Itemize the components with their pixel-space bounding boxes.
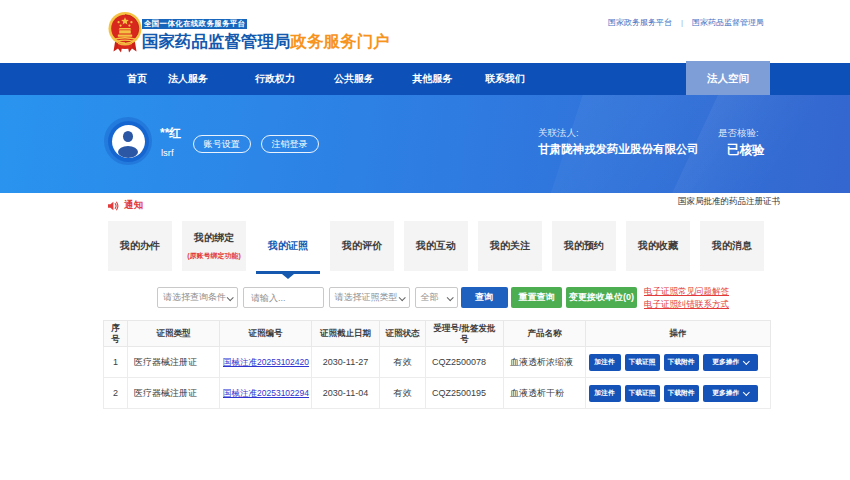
license-contact-link[interactable]: 电子证照纠错联系方式 xyxy=(644,298,729,311)
download-attachment-button[interactable]: 下载附件 xyxy=(664,354,699,371)
link-separator: | xyxy=(681,18,683,27)
nav-items: 首页 法人服务 行政权力 公共服务 其他服务 联系我们 xyxy=(127,63,525,95)
link-national-platform[interactable]: 国家政务服务平台 xyxy=(608,18,672,27)
cell-product-name: 血液透析干粉 xyxy=(504,378,586,409)
col-acceptance-no: 受理号/批签发批号 xyxy=(426,321,504,347)
speaker-icon xyxy=(107,200,119,212)
row-actions: 加注件 下载证照 下载附件 更多操作 xyxy=(589,354,771,371)
tab-my-licenses[interactable]: 我的证照 xyxy=(256,221,320,271)
cell-acceptance-no: CQZ2500078 xyxy=(426,347,504,378)
chevron-down-icon xyxy=(743,358,749,364)
verify-value: 已核验 xyxy=(727,142,765,159)
tab-my-items[interactable]: 我的办件 xyxy=(108,221,172,271)
add-note-button[interactable]: 加注件 xyxy=(589,385,621,402)
tab-label: 我的互动 xyxy=(416,239,456,253)
license-faq-link[interactable]: 电子证照常见问题解答 xyxy=(644,285,729,298)
condition-select[interactable]: 请选择查询条件 xyxy=(157,287,238,308)
license-number-link[interactable]: 国械注准20253102420 xyxy=(223,357,309,368)
cell-license-type: 医疗器械注册证 xyxy=(128,347,220,378)
tab-my-favorites[interactable]: 我的收藏 xyxy=(626,221,690,271)
col-license-type: 证照类型 xyxy=(128,321,220,347)
keyword-input[interactable] xyxy=(243,287,324,308)
col-expiry-date: 证照截止日期 xyxy=(312,321,380,347)
license-table: 序号 证照类型 证照编号 证照截止日期 证照状态 受理号/批签发批号 产品名称 … xyxy=(103,320,771,409)
avatar-shoulders xyxy=(118,146,138,158)
tab-label: 我的评价 xyxy=(342,239,382,253)
user-icon xyxy=(112,125,145,158)
select-value: 请选择证照类型 xyxy=(335,291,398,304)
more-actions-button[interactable]: 更多操作 xyxy=(703,354,758,371)
tab-my-binding[interactable]: 我的绑定(原账号绑定功能) xyxy=(182,221,246,271)
download-attachment-button[interactable]: 下载附件 xyxy=(664,385,699,402)
scope-select[interactable]: 全部 xyxy=(415,287,458,308)
table-header-row: 序号 证照类型 证照编号 证照截止日期 证照状态 受理号/批签发批号 产品名称 … xyxy=(104,321,771,347)
cell-license-type: 医疗器械注册证 xyxy=(128,378,220,409)
chevron-down-icon xyxy=(227,294,234,301)
add-note-button[interactable]: 加注件 xyxy=(589,354,621,371)
notice-message[interactable]: 国家局批准的药品注册证书 xyxy=(678,196,780,208)
site-title: 国家药品监督管理局政务服务门户 xyxy=(142,32,390,50)
user-id: lsrf xyxy=(161,147,174,158)
cell-product-name: 血液透析浓缩液 xyxy=(504,347,586,378)
main-nav: 首页 法人服务 行政权力 公共服务 其他服务 联系我们 法人空间 xyxy=(0,63,850,95)
link-nmpa[interactable]: 国家药品监督管理局 xyxy=(692,18,764,27)
nav-corporate-services[interactable]: 法人服务 xyxy=(168,72,208,86)
site-title-portal: 政务服务门户 xyxy=(291,32,390,50)
nav-contact-us[interactable]: 联系我们 xyxy=(485,72,525,86)
nav-administrative-power[interactable]: 行政权力 xyxy=(255,72,295,86)
nav-home[interactable]: 首页 xyxy=(127,72,147,86)
row-actions: 加注件 下载证照 下载附件 更多操作 xyxy=(589,385,771,402)
reset-button[interactable]: 重置查询 xyxy=(511,287,562,308)
cell-expiry-date: 2030-11-27 xyxy=(312,347,380,378)
col-product-name: 产品名称 xyxy=(504,321,586,347)
cell-acceptance-no: CQZ2500195 xyxy=(426,378,504,409)
download-license-button[interactable]: 下载证照 xyxy=(625,385,660,402)
chevron-down-icon xyxy=(743,389,749,395)
query-button[interactable]: 查询 xyxy=(461,287,508,308)
tab-my-messages[interactable]: 我的消息 xyxy=(700,221,764,271)
active-tab-pointer xyxy=(282,274,294,279)
legal-entity-label: 关联法人: xyxy=(538,127,579,140)
tab-my-appointments[interactable]: 我的预约 xyxy=(552,221,616,271)
avatar[interactable] xyxy=(104,117,152,165)
select-value: 全部 xyxy=(421,291,439,304)
table-row: 1 医疗器械注册证 国械注准20253102420 2030-11-27 有效 … xyxy=(104,347,771,378)
corporate-space-button[interactable]: 法人空间 xyxy=(686,61,770,95)
license-number-link[interactable]: 国械注准20253102294 xyxy=(223,388,309,399)
table-row: 2 医疗器械注册证 国械注准20253102294 2030-11-04 有效 … xyxy=(104,378,771,409)
tab-label: 我的消息 xyxy=(712,239,752,253)
chevron-down-icon xyxy=(446,294,453,301)
nav-other-services[interactable]: 其他服务 xyxy=(413,72,453,86)
logout-button[interactable]: 注销登录 xyxy=(261,135,319,154)
user-banner: **红 lsrf 账号设置 注销登录 关联法人: 甘肃陇神戎发药业股份有限公司 … xyxy=(0,95,850,193)
cell-license-number: 国械注准20253102294 xyxy=(220,378,312,409)
more-actions-button[interactable]: 更多操作 xyxy=(703,385,758,402)
top-links: 国家政务服务平台|国家药品监督管理局 xyxy=(608,17,764,28)
tab-label: 我的关注 xyxy=(490,239,530,253)
logo-text: 全国一体化在线政务服务平台 国家药品监督管理局政务服务门户 xyxy=(142,11,390,53)
tab-label: 我的预约 xyxy=(564,239,604,253)
nav-public-services[interactable]: 公共服务 xyxy=(334,72,374,86)
tab-label: 我的收藏 xyxy=(638,239,678,253)
page: 全国一体化在线政务服务平台 国家药品监督管理局政务服务门户 国家政务服务平台|国… xyxy=(0,0,850,480)
tab-my-follows[interactable]: 我的关注 xyxy=(478,221,542,271)
tab-my-interactions[interactable]: 我的互动 xyxy=(404,221,468,271)
avatar-ring xyxy=(108,121,149,162)
tab-my-reviews[interactable]: 我的评价 xyxy=(330,221,394,271)
account-settings-button[interactable]: 账号设置 xyxy=(193,135,251,154)
national-emblem-icon xyxy=(106,11,144,53)
cell-no: 1 xyxy=(104,347,128,378)
col-actions: 操作 xyxy=(586,321,771,347)
platform-badge: 全国一体化在线政务服务平台 xyxy=(142,19,247,29)
tab-my-binding-note: (原账号绑定功能) xyxy=(187,251,241,261)
cell-expiry-date: 2030-11-04 xyxy=(312,378,380,409)
more-actions-label: 更多操作 xyxy=(712,357,739,367)
tab-label: 我的绑定 xyxy=(194,231,234,245)
change-recipient-button[interactable]: 变更接收单位(0) xyxy=(566,287,637,308)
cell-status: 有效 xyxy=(380,378,426,409)
license-type-select[interactable]: 请选择证照类型 xyxy=(329,287,410,308)
notice-left: 通知 xyxy=(105,199,143,212)
verify-label: 是否核验: xyxy=(718,127,759,140)
download-license-button[interactable]: 下载证照 xyxy=(625,354,660,371)
filter-bar: 请选择查询条件 请选择证照类型 全部 查询 重置查询 变更接收单位(0) 电子证… xyxy=(157,287,729,308)
